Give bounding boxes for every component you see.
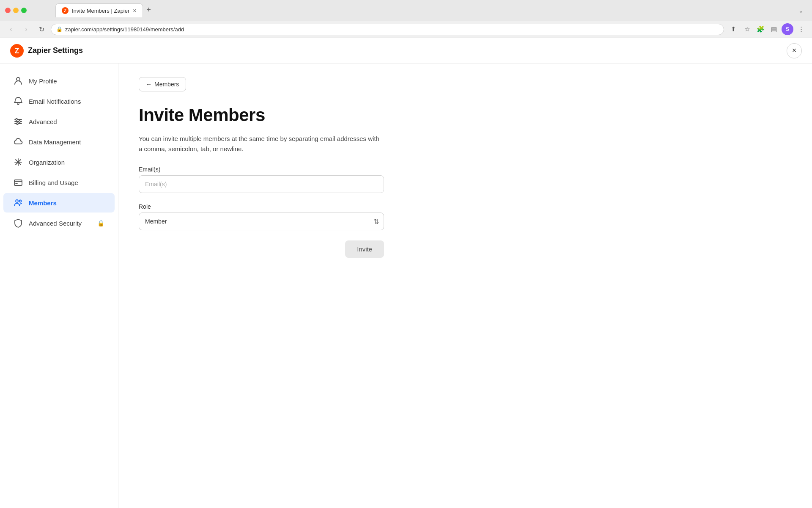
svg-point-20 xyxy=(19,200,22,202)
extensions-button[interactable]: 🧩 xyxy=(754,23,766,35)
sidebar-label-my-profile: My Profile xyxy=(29,77,57,85)
sidebar: My Profile Email Notifications xyxy=(0,64,118,508)
browser-chrome: Z Invite Members | Zapier × + ⌄ ‹ › ↻ 🔒 … xyxy=(0,0,812,38)
tab-overflow-button[interactable]: ⌄ xyxy=(795,5,807,17)
email-label: Email(s) xyxy=(139,166,384,173)
shield-icon xyxy=(14,218,23,228)
person-icon xyxy=(14,76,23,86)
app-logo: Z Zapier Settings xyxy=(10,44,83,58)
zapier-logo-icon: Z xyxy=(10,44,24,58)
advanced-security-badge: 🔒 xyxy=(97,220,104,226)
sliders-icon xyxy=(14,117,23,126)
app-body: My Profile Email Notifications xyxy=(0,64,812,508)
browser-toolbar: ‹ › ↻ 🔒 ⬆ ☆ 🧩 ▤ S ⋮ xyxy=(0,21,812,38)
main-content: ← Members Invite Members You can invite … xyxy=(118,64,812,508)
sidebar-label-members: Members xyxy=(29,199,57,207)
traffic-lights xyxy=(5,8,27,13)
role-label: Role xyxy=(139,203,384,210)
sidebar-label-organization: Organization xyxy=(29,159,65,166)
svg-point-19 xyxy=(16,200,18,202)
page-title: Invite Members xyxy=(139,105,792,125)
people-icon xyxy=(14,198,23,207)
new-tab-button[interactable]: + xyxy=(143,4,155,16)
reload-button[interactable]: ↻ xyxy=(36,23,47,35)
email-input[interactable] xyxy=(139,175,384,193)
address-bar[interactable]: 🔒 xyxy=(51,24,724,35)
svg-point-8 xyxy=(16,119,17,120)
app-header: Z Zapier Settings × xyxy=(0,38,812,64)
back-arrow-icon: ← xyxy=(146,81,152,88)
sidebar-item-my-profile[interactable]: My Profile xyxy=(3,71,115,91)
sidebar-label-data-management: Data Management xyxy=(29,138,81,146)
app-title: Zapier Settings xyxy=(28,46,83,55)
user-avatar-button[interactable]: S xyxy=(782,23,793,35)
form-actions: Invite xyxy=(139,240,384,258)
page-description: You can invite multiple members at the s… xyxy=(139,134,384,154)
svg-text:Z: Z xyxy=(64,8,66,13)
role-select-wrapper: Member Admin ⇅ xyxy=(139,213,384,230)
browser-titlebar: Z Invite Members | Zapier × + ⌄ xyxy=(0,0,812,21)
sidebar-item-members[interactable]: Members xyxy=(3,193,115,213)
back-button[interactable]: ‹ xyxy=(5,23,17,35)
app-close-button[interactable]: × xyxy=(787,43,802,58)
svg-point-10 xyxy=(16,123,18,124)
invite-button[interactable]: Invite xyxy=(345,240,384,258)
sidebar-item-email-notifications[interactable]: Email Notifications xyxy=(3,91,115,111)
svg-point-4 xyxy=(16,77,20,81)
more-options-button[interactable]: ⋮ xyxy=(795,23,807,35)
role-form-group: Role Member Admin ⇅ xyxy=(139,203,384,230)
sidebar-label-advanced-security: Advanced Security xyxy=(29,220,82,227)
cloud-icon xyxy=(14,137,23,146)
tab-title: Invite Members | Zapier xyxy=(72,8,129,14)
sidebar-label-billing-and-usage: Billing and Usage xyxy=(29,179,78,186)
url-input[interactable] xyxy=(65,26,719,33)
app-container: Z Zapier Settings × My Profile xyxy=(0,38,812,508)
bell-icon xyxy=(14,97,23,106)
sidebar-toggle-button[interactable]: ▤ xyxy=(768,23,780,35)
sidebar-item-organization[interactable]: Organization xyxy=(3,152,115,172)
svg-text:Z: Z xyxy=(15,47,19,55)
browser-toolbar-actions: ⬆ ☆ 🧩 ▤ S ⋮ xyxy=(727,23,807,35)
back-button-label: Members xyxy=(154,81,179,88)
email-form-group: Email(s) xyxy=(139,166,384,193)
svg-point-9 xyxy=(19,121,20,122)
sidebar-item-billing-and-usage[interactable]: Billing and Usage xyxy=(3,173,115,192)
maximize-traffic-light[interactable] xyxy=(21,8,27,13)
sidebar-label-email-notifications: Email Notifications xyxy=(29,98,81,105)
svg-rect-16 xyxy=(14,180,22,185)
bookmark-button[interactable]: ☆ xyxy=(741,23,753,35)
forward-button[interactable]: › xyxy=(20,23,32,35)
lock-icon: 🔒 xyxy=(56,26,63,32)
card-icon xyxy=(14,178,23,187)
sidebar-item-advanced-security[interactable]: Advanced Security 🔒 xyxy=(3,213,115,233)
sidebar-item-advanced[interactable]: Advanced xyxy=(3,112,115,131)
sidebar-item-data-management[interactable]: Data Management xyxy=(3,132,115,152)
sidebar-label-advanced: Advanced xyxy=(29,118,57,125)
minimize-traffic-light[interactable] xyxy=(13,8,19,13)
browser-tab-active[interactable]: Z Invite Members | Zapier × xyxy=(55,3,143,17)
share-button[interactable]: ⬆ xyxy=(727,23,739,35)
tab-favicon: Z xyxy=(62,7,69,14)
back-to-members-button[interactable]: ← Members xyxy=(139,77,186,91)
asterisk-icon xyxy=(14,157,23,167)
tab-close-button[interactable]: × xyxy=(133,8,136,14)
close-traffic-light[interactable] xyxy=(5,8,11,13)
role-select[interactable]: Member Admin xyxy=(139,213,384,230)
